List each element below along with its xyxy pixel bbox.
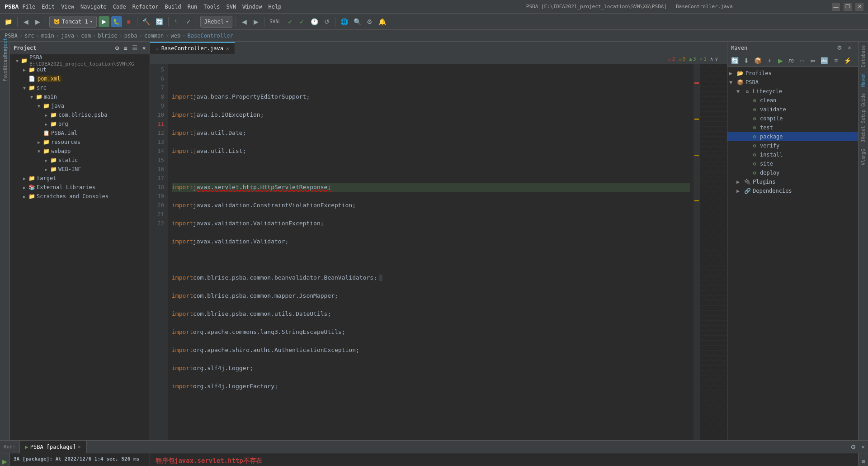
tree-item-webapp[interactable]: ▼ 📁 webapp <box>10 147 150 156</box>
translate-button[interactable]: 🌐 <box>339 15 350 28</box>
menu-file[interactable]: File <box>22 4 35 10</box>
maven-install[interactable]: ⚙ install <box>727 150 858 159</box>
maven-verify[interactable]: ⚙ verify <box>727 141 858 150</box>
maven-download-icon[interactable]: ⬇ <box>741 54 751 67</box>
maven-test[interactable]: ⚙ test <box>727 123 858 132</box>
maven-sort-icon[interactable]: ≡ <box>831 54 841 67</box>
tree-item-static[interactable]: ▶ 📁 static <box>10 156 150 165</box>
maven-compile[interactable]: ⚙ compile <box>727 114 858 123</box>
notifications-button[interactable]: 🔔 <box>377 15 388 28</box>
breadcrumb-com[interactable]: com <box>81 33 91 39</box>
next-nav-button[interactable]: ▶ <box>251 15 261 28</box>
menu-tools[interactable]: Tools <box>203 4 220 10</box>
search-button[interactable]: 🔍 <box>352 15 363 28</box>
maven-profiles[interactable]: ▶ 📂 Profiles <box>727 69 858 78</box>
breadcrumb-java[interactable]: java <box>61 33 74 39</box>
maven-filter-icon[interactable]: 🔤 <box>819 54 830 67</box>
maven-side-icon[interactable]: Maven <box>859 71 868 89</box>
maven-expand-icon[interactable]: ↔ <box>797 54 807 67</box>
run-button[interactable]: ▶ <box>99 16 109 27</box>
tree-item-webinf[interactable]: ▶ 📁 WEB-INF <box>10 165 150 174</box>
database-side-icon[interactable]: Database <box>859 43 868 69</box>
tomcat-selector[interactable]: 🐱 Tomcat 1 ▾ <box>49 16 97 28</box>
menu-refactor[interactable]: Refactor <box>132 4 159 10</box>
breadcrumb-main[interactable]: main <box>41 33 54 39</box>
maven-sources-icon[interactable]: 📦 <box>752 54 764 67</box>
maven-collapse-icon[interactable]: ⇔ <box>808 54 818 67</box>
svn-check[interactable]: ✓ <box>285 15 295 28</box>
jrebel-setup-side-icon[interactable]: JRebel Setup Guide <box>859 91 868 144</box>
tree-item-extlib[interactable]: ▶ 📚 External Libraries <box>10 183 150 192</box>
tree-item-pom[interactable]: 📄 pom.xml <box>10 74 150 83</box>
breadcrumb-web[interactable]: web <box>171 33 181 39</box>
tree-item-main[interactable]: ▼ 📁 main <box>10 92 150 101</box>
maven-m-icon[interactable]: m <box>786 54 796 67</box>
tree-item-java[interactable]: ▼ 📁 java <box>10 101 150 110</box>
maven-plugins[interactable]: ▶ 🔌 Plugins <box>727 177 858 186</box>
tree-item-target[interactable]: ▶ 📁 target <box>10 174 150 183</box>
menu-run[interactable]: Run <box>188 4 198 10</box>
maven-validate[interactable]: ⚙ validate <box>727 105 858 114</box>
menu-edit[interactable]: Edit <box>42 4 55 10</box>
prev-nav-button[interactable]: ◀ <box>239 15 249 28</box>
maven-refresh-icon[interactable]: 🔄 <box>729 54 741 67</box>
tree-item-org[interactable]: ▶ 📁 org <box>10 119 150 128</box>
breadcrumb-common[interactable]: common <box>144 33 164 39</box>
project-collapse-icon[interactable]: ≡ <box>123 44 127 52</box>
maximize-button[interactable]: ❐ <box>844 3 852 11</box>
menu-window[interactable]: Window <box>242 4 262 10</box>
run-tab-close[interactable]: × <box>78 444 81 450</box>
build-button[interactable]: 🔨 <box>141 15 152 28</box>
tree-item-iml[interactable]: ▶ 📋 PSBA.iml <box>10 128 150 138</box>
menu-svn[interactable]: SVN <box>226 4 236 10</box>
maven-add-icon[interactable]: + <box>764 54 774 67</box>
breadcrumb-blrise[interactable]: blrise <box>98 33 117 39</box>
maven-psba[interactable]: ▼ 📦 PSBA <box>727 78 858 87</box>
bottom-close-icon[interactable]: × <box>858 441 868 453</box>
tree-item-com[interactable]: ▶ 📁 com.blrise.psba <box>10 110 150 119</box>
menu-navigate[interactable]: Navigate <box>80 4 107 10</box>
tree-item-root[interactable]: ▼ 📁 PSBA E:\IDEA2021_project_location\SV… <box>10 56 150 65</box>
svn-check2[interactable]: ✓ <box>297 15 307 28</box>
tree-item-scratches[interactable]: ▶ 📁 Scratches and Consoles <box>10 192 150 201</box>
breadcrumb-basecontroller[interactable]: BaseController <box>188 33 233 39</box>
maven-deploy[interactable]: ⚙ deploy <box>727 168 858 177</box>
bottom-tab-run[interactable]: ▶ PSBA [package] × <box>20 441 87 453</box>
maven-lifecycle[interactable]: ▼ ♻ Lifecycle <box>727 87 858 96</box>
maven-site[interactable]: ⚙ site <box>727 159 858 168</box>
menu-view[interactable]: View <box>61 4 74 10</box>
maven-dependencies[interactable]: ▶ 🔗 Dependencies <box>727 186 858 195</box>
maven-package[interactable]: ⚙ package <box>727 132 858 141</box>
tab-basecontroller[interactable]: ☕ BaseController.java × <box>150 42 235 54</box>
favorites-side-icon[interactable]: Favorites <box>1 65 9 73</box>
tab-close-icon[interactable]: × <box>226 46 229 52</box>
expand-icon[interactable]: ∧ <box>710 56 713 62</box>
vlang-side-icon[interactable]: VlangG <box>859 147 868 167</box>
menu-code[interactable]: Code <box>113 4 126 10</box>
back-button[interactable]: ◀ <box>21 15 31 28</box>
collapse-icon[interactable]: ∨ <box>715 56 718 62</box>
settings-button[interactable]: ⚙ <box>365 15 375 28</box>
maven-extra-icon[interactable]: ⚡ <box>842 54 853 67</box>
tree-item-resources[interactable]: ▶ 📁 resources <box>10 138 150 147</box>
menu-build[interactable]: Build <box>165 4 181 10</box>
maven-run-icon[interactable]: ▶ <box>775 54 785 67</box>
forward-button[interactable]: ▶ <box>33 15 42 28</box>
run-item-0[interactable]: 3A [package]: At 2022/12/6 1:4 sec, 526 … <box>10 454 150 464</box>
rerun-button[interactable]: ▶ <box>0 455 10 466</box>
stop-button[interactable]: ■ <box>124 15 134 28</box>
run-item-1[interactable]: 'dependencies.dependency.systemPath' fo <box>10 464 150 466</box>
git-icon[interactable]: ⑂ <box>172 15 182 28</box>
project-close-icon[interactable]: × <box>142 44 146 52</box>
breadcrumb-src[interactable]: src <box>24 33 34 39</box>
commit-icon[interactable]: ✓ <box>184 15 193 28</box>
close-button[interactable]: ✕ <box>855 3 863 11</box>
bottom-right-icon1[interactable]: ≡ <box>859 455 868 466</box>
maven-close-icon[interactable]: × <box>844 42 854 54</box>
code-editor[interactable]: import java.beans.PropertyEditorSupport;… <box>168 64 693 440</box>
bottom-settings-icon[interactable]: ⚙ <box>848 441 858 453</box>
svn-history[interactable]: 🕐 <box>309 15 320 28</box>
minimize-button[interactable]: — <box>832 3 840 11</box>
tree-item-src[interactable]: ▼ 📁 src <box>10 83 150 92</box>
rebuild-button[interactable]: 🔄 <box>154 15 165 28</box>
